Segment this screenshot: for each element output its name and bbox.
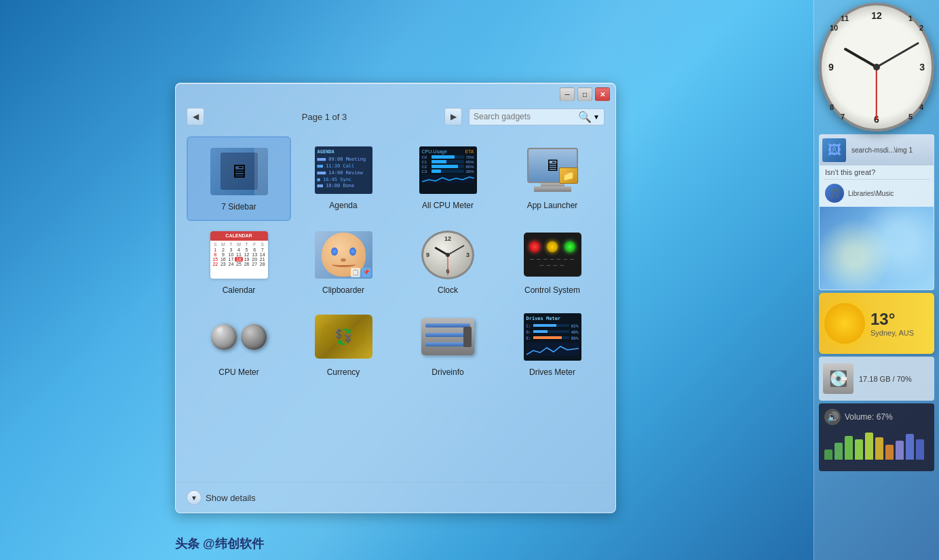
gadget-grid: 🖥 7 Sidebar AGENDA ■■■ 09:00 Meeting ■■ …	[176, 131, 615, 391]
vol-bar-6	[875, 437, 883, 460]
gadget-item-agenda[interactable]: AGENDA ■■■ 09:00 Meeting ■■ 11:30 Call ■…	[291, 136, 396, 221]
search-icon: 🔍	[578, 111, 592, 123]
gadget-name-agenda: Agenda	[329, 201, 357, 210]
minimize-button[interactable]: ─	[560, 87, 575, 101]
vol-bar-1	[824, 449, 832, 460]
gadget-name-clipboarder: Clipboarder	[322, 285, 364, 295]
gadget-name-7sidebar: 7 Sidebar	[221, 202, 256, 212]
weather-location: Sydney, AUS	[870, 329, 929, 337]
sidebar-volume-widget: 🔊 Volume: 67%	[819, 403, 934, 471]
vol-bar-8	[896, 441, 904, 460]
gadget-icon-driveinfo	[417, 311, 478, 362]
music-icon: 🎵	[825, 184, 844, 203]
show-details-button[interactable]: ▼ Show details	[187, 490, 256, 505]
vol-bar-7	[885, 445, 894, 460]
music-label: Libraries\Music	[848, 190, 894, 197]
sidebar-weather-widget: 13° Sydney, AUS	[819, 293, 934, 354]
gadget-name-calendar: Calendar	[223, 285, 256, 295]
gadget-icon-applauncher: 🖥 📁	[522, 144, 583, 195]
gadget-icon-drivesmeter: Drives Meter C:65% D:40% E:80%	[522, 311, 583, 362]
vol-bar-4	[855, 439, 863, 460]
sidebar-clock-widget: 12 3 6 9 1 11 2 4 5 7 8 10	[819, 3, 934, 132]
gadget-icon-cpumeter	[208, 311, 269, 362]
gadget-icon-currency: 💱	[313, 311, 374, 362]
flower-image	[820, 207, 934, 289]
gadget-icon-7sidebar: 🖥	[208, 146, 269, 197]
volume-header: 🔊 Volume: 67%	[824, 409, 929, 425]
dropdown-arrow-icon[interactable]: ▼	[593, 113, 600, 121]
weather-info: 13° Sydney, AUS	[870, 310, 929, 337]
gadget-name-drivesmeter: Drives Meter	[529, 367, 575, 377]
gadget-icon-clipboarder: 📋 📌	[313, 229, 374, 280]
gadget-item-allcpumeter[interactable]: CPU-UsageETA C070% C145% C280% C330% All…	[396, 136, 500, 221]
gadget-name-applauncher: App Launcher	[527, 201, 578, 210]
chevron-down-icon: ▼	[187, 490, 202, 505]
gadget-item-clipboarder[interactable]: 📋 📌 Clipboarder	[291, 221, 396, 303]
volume-label: Volume: 67%	[845, 412, 893, 422]
volume-icon: 🔊	[824, 409, 841, 425]
weather-temp: 13°	[870, 310, 929, 329]
gadget-name-driveinfo: Driveinfo	[432, 367, 463, 377]
window-footer: ▼ Show details	[176, 482, 615, 513]
gadget-icon-controlsystem: ─ ─ ─ ─ ─ ─ ─ ─ ─ ─ ─	[522, 229, 583, 280]
hdd-small-icon: 💽	[823, 363, 854, 394]
gadget-gallery-window: ─ □ ✕ ◀ Page 1 of 3 ▶ 🔍 ▼ 🖥	[175, 83, 616, 513]
vol-bar-2	[835, 443, 843, 460]
vol-bar-5	[865, 433, 873, 460]
search-icon-area: 🔍 ▼	[578, 111, 600, 123]
maximize-button[interactable]: □	[577, 87, 592, 101]
gadget-name-controlsystem: Control System	[524, 285, 580, 295]
hdd-text: 17.18 GB / 70%	[859, 375, 912, 383]
slideshow-subtitle: Isn't this great?	[820, 165, 934, 179]
gadget-item-clock[interactable]: 12 3 6 9 Clock	[396, 221, 500, 303]
sidebar: 12 3 6 9 1 11 2 4 5 7 8 10 🖼	[813, 0, 939, 560]
prev-page-button[interactable]: ◀	[187, 108, 204, 125]
gadget-item-cpumeter[interactable]: CPU Meter	[187, 303, 291, 385]
gadget-item-drivesmeter[interactable]: Drives Meter C:65% D:40% E:80% Drives Me…	[500, 303, 605, 385]
window-titlebar: ─ □ ✕	[176, 83, 615, 105]
gadget-item-calendar[interactable]: CALENDAR SMTWTFS 1234567 891011121314 15…	[187, 221, 291, 303]
gadget-icon-allcpumeter: CPU-UsageETA C070% C145% C280% C330%	[417, 144, 478, 195]
sun-icon	[824, 303, 865, 344]
vol-bar-10	[916, 439, 924, 460]
sidebar-hdd-widget: 💽 17.18 GB / 70%	[819, 357, 934, 401]
next-page-button[interactable]: ▶	[444, 108, 462, 125]
vol-bar-9	[906, 434, 914, 460]
page-label: Page 1 of 3	[211, 112, 438, 122]
window-toolbar: ◀ Page 1 of 3 ▶ 🔍 ▼	[176, 105, 615, 131]
clock-face: 12 3 6 9 1 11 2 4 5 7 8 10	[822, 5, 932, 130]
slideshow-image	[820, 207, 934, 289]
volume-bars	[824, 429, 929, 460]
music-section: 🎵 Libraries\Music	[820, 180, 934, 207]
gadget-item-controlsystem[interactable]: ─ ─ ─ ─ ─ ─ ─ ─ ─ ─ ─ Control System	[500, 221, 605, 303]
gadget-name-cpumeter: CPU Meter	[218, 367, 258, 377]
search-box[interactable]: 🔍 ▼	[469, 108, 605, 125]
slideshow-folder-icon: 🖼	[822, 138, 846, 162]
gadget-name-allcpumeter: All CPU Meter	[422, 201, 474, 210]
close-button[interactable]: ✕	[595, 87, 610, 101]
slideshow-top: 🖼 search-msdi...\img 1	[820, 135, 934, 165]
gadget-icon-agenda: AGENDA ■■■ 09:00 Meeting ■■ 11:30 Call ■…	[313, 144, 374, 195]
gadget-name-clock: Clock	[438, 285, 458, 295]
slideshow-title: search-msdi...\img 1	[851, 146, 931, 154]
gadget-icon-clock: 12 3 6 9	[417, 229, 478, 280]
gadget-item-7sidebar[interactable]: 🖥 7 Sidebar	[187, 136, 291, 221]
watermark: 头条 @纬创软件	[175, 536, 264, 552]
gadget-icon-calendar: CALENDAR SMTWTFS 1234567 891011121314 15…	[208, 229, 269, 280]
vol-bar-3	[845, 436, 853, 460]
show-details-label: Show details	[206, 493, 256, 503]
gadget-item-currency[interactable]: 💱 Currency	[291, 303, 396, 385]
gadget-item-driveinfo[interactable]: Driveinfo	[396, 303, 500, 385]
gadget-item-applauncher[interactable]: 🖥 📁 App Launcher	[500, 136, 605, 221]
sidebar-slideshow-widget: 🖼 search-msdi...\img 1 Isn't this great?…	[819, 134, 934, 290]
gadget-name-currency: Currency	[327, 367, 360, 377]
search-input[interactable]	[474, 112, 575, 121]
